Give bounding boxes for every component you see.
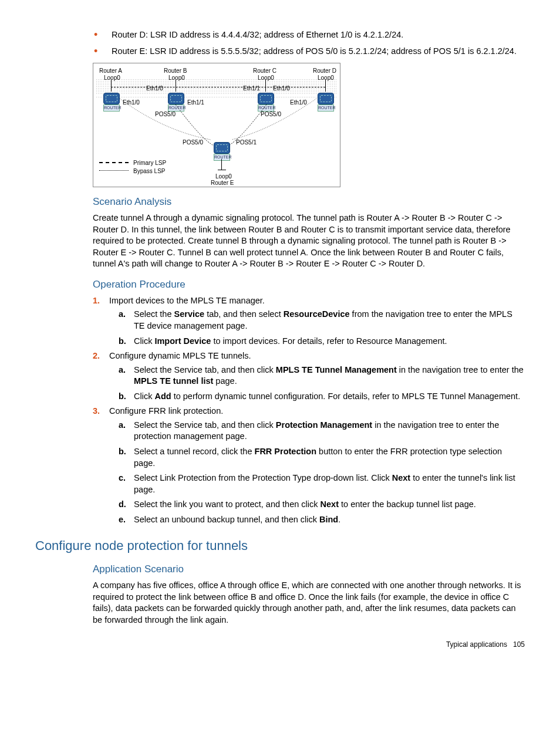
procedure-list: Import devices to the MPLS TE manager. S… bbox=[93, 295, 525, 526]
substep: Select the Service tab, and then select … bbox=[134, 309, 525, 332]
footer-page-number: 105 bbox=[513, 640, 525, 649]
step-text: Configure dynamic MPLS TE tunnels. bbox=[109, 351, 251, 360]
network-diagram: Router A Router B Router C Router D Loop… bbox=[93, 63, 525, 187]
label-router-e: Router E bbox=[211, 179, 234, 187]
bullet-item: Router E: LSR ID address is 5.5.5.5/32; … bbox=[94, 46, 525, 58]
scenario-analysis-heading: Scenario Analysis bbox=[93, 195, 525, 209]
application-scenario-heading: Application Scenario bbox=[93, 563, 525, 576]
router-caption: ROUTER bbox=[214, 154, 230, 160]
router-icon bbox=[214, 142, 230, 154]
application-scenario-text: A company has five offices, office A thr… bbox=[93, 580, 525, 626]
procedure-step: Configure dynamic MPLS TE tunnels. Selec… bbox=[109, 350, 525, 402]
step-text: Import devices to the MPLS TE manager. bbox=[109, 296, 265, 305]
substep: Select the Service tab, and then click M… bbox=[134, 364, 525, 387]
step-text: Configure FRR link protection. bbox=[109, 406, 223, 416]
link-paths-svg bbox=[93, 63, 340, 187]
configure-node-protection-heading: Configure node protection for tunnels bbox=[35, 537, 525, 555]
footer-section-name: Typical applications bbox=[446, 640, 507, 649]
procedure-step: Import devices to the MPLS TE manager. S… bbox=[109, 295, 525, 347]
operation-procedure-heading: Operation Procedure bbox=[93, 278, 525, 292]
legend-bypass: Bypass LSP bbox=[133, 167, 165, 175]
substep: Select Link Protection from the Protecti… bbox=[134, 472, 525, 495]
top-bullet-list: Router D: LSR ID address is 4.4.4.4/32; … bbox=[35, 29, 525, 57]
label-pos51: POS5/1 bbox=[236, 139, 257, 147]
procedure-step: Configure FRR link protection. Select th… bbox=[109, 406, 525, 525]
substep-list: Select the Service tab, and then click P… bbox=[109, 420, 525, 526]
substep: Select an unbound backup tunnel, and the… bbox=[134, 514, 525, 526]
page-footer: Typical applications 105 bbox=[35, 640, 525, 649]
substep: Select a tunnel record, click the FRR Pr… bbox=[134, 446, 525, 469]
substep-list: Select the Service tab, and then select … bbox=[109, 309, 525, 347]
substep: Click Import Device to import devices. F… bbox=[134, 336, 525, 347]
legend-primary: Primary LSP bbox=[133, 159, 166, 167]
substep-list: Select the Service tab, and then click M… bbox=[109, 364, 525, 403]
scenario-analysis-text: Create tunnel A through a dynamic signal… bbox=[93, 212, 525, 270]
substep: Select the link you want to protect, and… bbox=[134, 499, 525, 511]
label-pos50: POS5/0 bbox=[183, 139, 203, 147]
substep: Select the Service tab, and then click P… bbox=[134, 420, 525, 443]
bullet-item: Router D: LSR ID address is 4.4.4.4/32; … bbox=[94, 29, 525, 41]
substep: Click Add to perform dynamic tunnel conf… bbox=[134, 391, 525, 403]
